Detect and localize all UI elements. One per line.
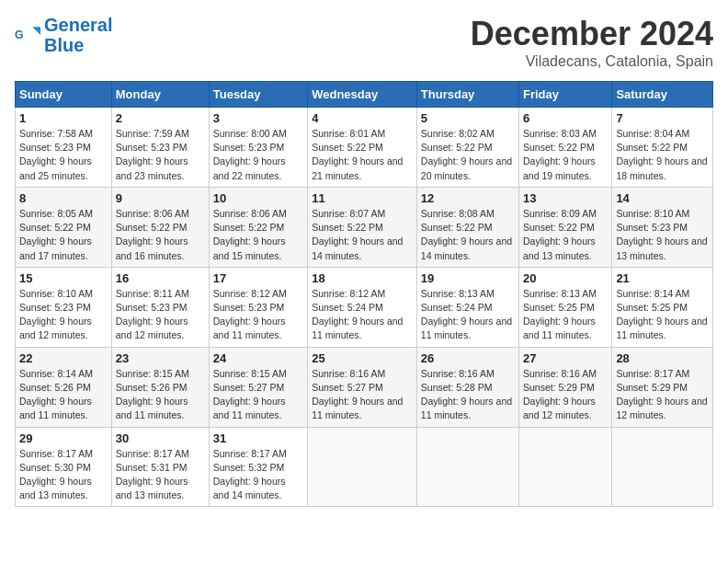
day-cell (308, 427, 417, 507)
day-info: Sunrise: 8:13 AM Sunset: 5:24 PM Dayligh… (421, 287, 515, 343)
day-info: Sunrise: 8:02 AM Sunset: 5:22 PM Dayligh… (421, 127, 515, 183)
day-info: Sunrise: 8:16 AM Sunset: 5:29 PM Dayligh… (523, 367, 608, 423)
day-cell: 8 Sunrise: 8:05 AM Sunset: 5:22 PM Dayli… (16, 187, 112, 267)
day-cell: 13 Sunrise: 8:09 AM Sunset: 5:22 PM Dayl… (519, 187, 612, 267)
header-cell-friday: Friday (519, 82, 612, 108)
calendar-body: 1 Sunrise: 7:58 AM Sunset: 5:23 PM Dayli… (16, 108, 713, 507)
day-cell (612, 427, 713, 507)
day-cell: 22 Sunrise: 8:14 AM Sunset: 5:26 PM Dayl… (16, 347, 112, 427)
day-cell: 16 Sunrise: 8:11 AM Sunset: 5:23 PM Dayl… (111, 267, 209, 347)
day-number: 11 (312, 191, 413, 205)
logo-text: General Blue (44, 15, 112, 55)
day-number: 26 (421, 351, 515, 365)
day-info: Sunrise: 8:14 AM Sunset: 5:25 PM Dayligh… (616, 287, 709, 343)
svg-marker-1 (32, 27, 40, 35)
day-number: 7 (616, 111, 709, 125)
day-number: 1 (19, 111, 108, 125)
page-header: G General Blue December 2024 Viladecans,… (15, 15, 713, 70)
day-info: Sunrise: 8:17 AM Sunset: 5:32 PM Dayligh… (213, 447, 303, 503)
day-cell: 14 Sunrise: 8:10 AM Sunset: 5:23 PM Dayl… (612, 187, 713, 267)
day-cell: 7 Sunrise: 8:04 AM Sunset: 5:22 PM Dayli… (612, 108, 713, 188)
day-info: Sunrise: 8:03 AM Sunset: 5:22 PM Dayligh… (523, 127, 608, 183)
header-cell-saturday: Saturday (612, 82, 713, 108)
day-info: Sunrise: 8:09 AM Sunset: 5:22 PM Dayligh… (523, 207, 608, 263)
day-cell: 10 Sunrise: 8:06 AM Sunset: 5:22 PM Dayl… (209, 187, 307, 267)
day-info: Sunrise: 8:05 AM Sunset: 5:22 PM Dayligh… (19, 207, 108, 263)
svg-text:G: G (15, 29, 24, 41)
day-number: 20 (523, 271, 608, 285)
day-cell (519, 427, 612, 507)
day-number: 5 (421, 111, 515, 125)
day-cell: 5 Sunrise: 8:02 AM Sunset: 5:22 PM Dayli… (416, 108, 518, 188)
day-number: 14 (616, 191, 709, 205)
day-number: 2 (116, 111, 205, 125)
header-cell-thursday: Thursday (416, 82, 518, 108)
day-cell: 20 Sunrise: 8:13 AM Sunset: 5:25 PM Dayl… (519, 267, 612, 347)
day-cell (416, 427, 518, 507)
day-number: 15 (19, 271, 108, 285)
day-cell: 11 Sunrise: 8:07 AM Sunset: 5:22 PM Dayl… (308, 187, 417, 267)
day-cell: 27 Sunrise: 8:16 AM Sunset: 5:29 PM Dayl… (519, 347, 612, 427)
day-cell: 4 Sunrise: 8:01 AM Sunset: 5:22 PM Dayli… (308, 108, 417, 188)
header-cell-tuesday: Tuesday (209, 82, 307, 108)
week-row-2: 8 Sunrise: 8:05 AM Sunset: 5:22 PM Dayli… (16, 187, 713, 267)
day-info: Sunrise: 8:10 AM Sunset: 5:23 PM Dayligh… (616, 207, 709, 263)
day-info: Sunrise: 7:59 AM Sunset: 5:23 PM Dayligh… (116, 127, 205, 183)
day-cell: 1 Sunrise: 7:58 AM Sunset: 5:23 PM Dayli… (16, 108, 112, 188)
day-number: 27 (523, 351, 608, 365)
day-number: 8 (19, 191, 108, 205)
day-number: 17 (213, 271, 303, 285)
day-number: 25 (312, 351, 413, 365)
header-cell-sunday: Sunday (16, 82, 112, 108)
day-info: Sunrise: 8:01 AM Sunset: 5:22 PM Dayligh… (312, 127, 413, 183)
day-cell: 21 Sunrise: 8:14 AM Sunset: 5:25 PM Dayl… (612, 267, 713, 347)
logo-line2: Blue (44, 35, 84, 55)
title-block: December 2024 Viladecans, Catalonia, Spa… (471, 15, 713, 70)
day-info: Sunrise: 8:07 AM Sunset: 5:22 PM Dayligh… (312, 207, 413, 263)
day-cell: 17 Sunrise: 8:12 AM Sunset: 5:23 PM Dayl… (209, 267, 307, 347)
day-number: 6 (523, 111, 608, 125)
week-row-4: 22 Sunrise: 8:14 AM Sunset: 5:26 PM Dayl… (16, 347, 713, 427)
day-number: 28 (616, 351, 709, 365)
day-number: 4 (312, 111, 413, 125)
day-info: Sunrise: 8:14 AM Sunset: 5:26 PM Dayligh… (19, 367, 108, 423)
day-cell: 15 Sunrise: 8:10 AM Sunset: 5:23 PM Dayl… (16, 267, 112, 347)
day-number: 23 (116, 351, 205, 365)
day-info: Sunrise: 8:16 AM Sunset: 5:27 PM Dayligh… (312, 367, 413, 423)
day-number: 19 (421, 271, 515, 285)
day-info: Sunrise: 8:10 AM Sunset: 5:23 PM Dayligh… (19, 287, 108, 343)
week-row-5: 29 Sunrise: 8:17 AM Sunset: 5:30 PM Dayl… (16, 427, 713, 507)
day-cell: 25 Sunrise: 8:16 AM Sunset: 5:27 PM Dayl… (308, 347, 417, 427)
day-info: Sunrise: 8:06 AM Sunset: 5:22 PM Dayligh… (213, 207, 303, 263)
day-info: Sunrise: 8:17 AM Sunset: 5:30 PM Dayligh… (19, 447, 108, 503)
day-number: 31 (213, 431, 303, 445)
day-info: Sunrise: 8:04 AM Sunset: 5:22 PM Dayligh… (616, 127, 709, 183)
day-info: Sunrise: 7:58 AM Sunset: 5:23 PM Dayligh… (19, 127, 108, 183)
location-subtitle: Viladecans, Catalonia, Spain (471, 53, 713, 70)
day-info: Sunrise: 8:00 AM Sunset: 5:23 PM Dayligh… (213, 127, 303, 183)
day-info: Sunrise: 8:16 AM Sunset: 5:28 PM Dayligh… (421, 367, 515, 423)
day-number: 12 (421, 191, 515, 205)
day-cell: 3 Sunrise: 8:00 AM Sunset: 5:23 PM Dayli… (209, 108, 307, 188)
day-info: Sunrise: 8:11 AM Sunset: 5:23 PM Dayligh… (116, 287, 205, 343)
day-cell: 24 Sunrise: 8:15 AM Sunset: 5:27 PM Dayl… (209, 347, 307, 427)
day-number: 13 (523, 191, 608, 205)
day-info: Sunrise: 8:12 AM Sunset: 5:23 PM Dayligh… (213, 287, 303, 343)
day-info: Sunrise: 8:13 AM Sunset: 5:25 PM Dayligh… (523, 287, 608, 343)
day-number: 21 (616, 271, 709, 285)
month-title: December 2024 (471, 15, 713, 53)
day-cell: 29 Sunrise: 8:17 AM Sunset: 5:30 PM Dayl… (16, 427, 112, 507)
day-number: 29 (19, 431, 108, 445)
day-number: 18 (312, 271, 413, 285)
logo-line1: General (44, 15, 112, 35)
day-cell: 31 Sunrise: 8:17 AM Sunset: 5:32 PM Dayl… (209, 427, 307, 507)
day-number: 16 (116, 271, 205, 285)
header-cell-monday: Monday (111, 82, 209, 108)
day-cell: 28 Sunrise: 8:17 AM Sunset: 5:29 PM Dayl… (612, 347, 713, 427)
week-row-3: 15 Sunrise: 8:10 AM Sunset: 5:23 PM Dayl… (16, 267, 713, 347)
calendar-header: SundayMondayTuesdayWednesdayThursdayFrid… (16, 82, 713, 108)
day-info: Sunrise: 8:15 AM Sunset: 5:26 PM Dayligh… (116, 367, 205, 423)
day-info: Sunrise: 8:17 AM Sunset: 5:29 PM Dayligh… (616, 367, 709, 423)
day-cell: 23 Sunrise: 8:15 AM Sunset: 5:26 PM Dayl… (111, 347, 209, 427)
week-row-1: 1 Sunrise: 7:58 AM Sunset: 5:23 PM Dayli… (16, 108, 713, 188)
